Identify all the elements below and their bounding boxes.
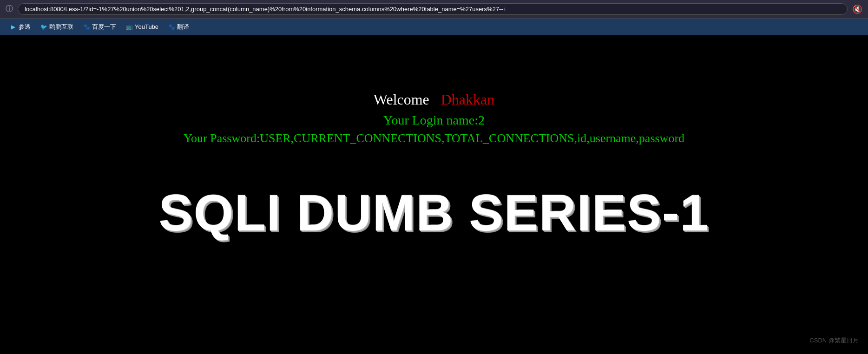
password-line: Your Password:USER,CURRENT_CONNECTIONS,T… bbox=[184, 131, 684, 145]
bookmark-baidu-label: 百度一下 bbox=[92, 23, 116, 31]
fanyi-icon: 🐾 bbox=[168, 23, 175, 31]
main-content: Welcome Dhakkan Your Login name:2 Your P… bbox=[0, 35, 868, 354]
bookmark-cantou-label: 参透 bbox=[19, 23, 31, 31]
welcome-line: Welcome Dhakkan bbox=[374, 91, 494, 108]
password-value: USER,CURRENT_CONNECTIONS,TOTAL_CONNECTIO… bbox=[260, 131, 684, 145]
cantou-icon: ▶ bbox=[9, 23, 17, 31]
mute-icon[interactable]: 🔇 bbox=[852, 4, 862, 14]
browser-chrome: ⓘ localhost:8080/Less-1/?id=-1%27%20unio… bbox=[0, 0, 868, 35]
logo-container: SQLI DUMB SERIES-1 bbox=[0, 183, 868, 242]
logo-text: SQLI DUMB SERIES-1 bbox=[149, 183, 718, 242]
bookmark-youtube[interactable]: 📺 YouTube bbox=[122, 22, 162, 32]
bookmark-fanyi[interactable]: 🐾 翻译 bbox=[164, 21, 193, 33]
bookmarks-bar: ▶ 参透 🐦 鸥鹏互联 🐾 百度一下 📺 YouTube 🐾 翻译 bbox=[0, 19, 868, 35]
bookmark-cantou[interactable]: ▶ 参透 bbox=[6, 21, 34, 33]
dhakkan-text: Dhakkan bbox=[441, 91, 495, 108]
login-name-line: Your Login name:2 bbox=[383, 113, 485, 128]
welcome-text: Welcome bbox=[374, 91, 429, 108]
bookmark-baidu[interactable]: 🐾 百度一下 bbox=[79, 21, 120, 33]
bookmark-youtube-label: YouTube bbox=[135, 23, 158, 30]
youtube-icon: 📺 bbox=[125, 23, 133, 31]
browser-actions: 🔇 bbox=[852, 4, 862, 14]
address-url[interactable]: localhost:8080/Less-1/?id=-1%27%20union%… bbox=[18, 3, 848, 15]
bookmark-oupeng[interactable]: 🐦 鸥鹏互联 bbox=[36, 21, 77, 33]
login-name-value: 2 bbox=[478, 113, 485, 127]
bookmark-oupeng-label: 鸥鹏互联 bbox=[49, 23, 73, 31]
baidu-icon: 🐾 bbox=[83, 23, 90, 31]
password-label: Your Password: bbox=[184, 131, 260, 145]
address-bar: ⓘ localhost:8080/Less-1/?id=-1%27%20unio… bbox=[0, 0, 868, 19]
watermark: CSDN @繁星日月 bbox=[809, 336, 859, 345]
login-name-label: Your Login name: bbox=[383, 113, 478, 127]
oupeng-icon: 🐦 bbox=[40, 23, 47, 31]
bookmark-fanyi-label: 翻译 bbox=[177, 23, 189, 31]
info-icon[interactable]: ⓘ bbox=[6, 4, 13, 14]
